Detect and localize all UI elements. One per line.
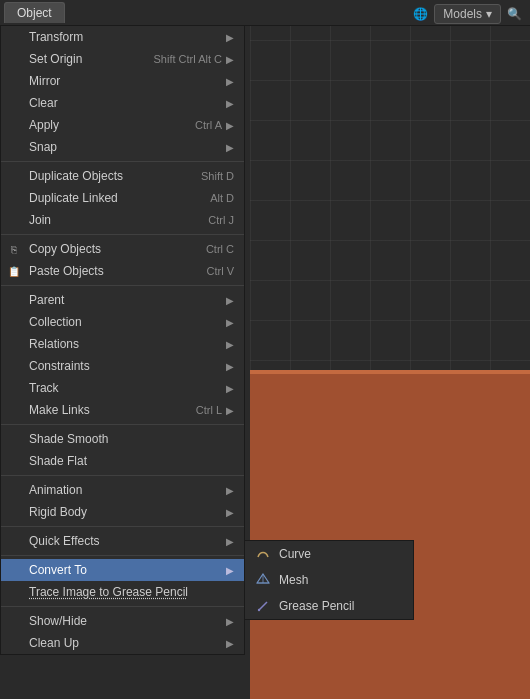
menu-item-clean-up[interactable]: Clean Up ▶ [1,632,244,654]
menu-item-parent[interactable]: Parent ▶ [1,289,244,311]
menu-item-trace-image[interactable]: Trace Image to Grease Pencil [1,581,244,603]
menu-item-snap[interactable]: Snap ▶ [1,136,244,158]
track-arrow: ▶ [226,383,234,394]
animation-arrow: ▶ [226,485,234,496]
make-links-arrow: ▶ [226,405,234,416]
set-origin-label: Set Origin [29,52,146,66]
menu-item-convert-to[interactable]: Convert To ▶ [1,559,244,581]
apply-shortcut: Ctrl A [195,119,222,131]
copy-icon: ⎘ [5,244,23,255]
submenu-item-mesh[interactable]: Mesh [245,567,413,593]
clean-up-label: Clean Up [29,636,222,650]
menu-item-paste-objects[interactable]: 📋 Paste Objects Ctrl V [1,260,244,282]
globe-icon: 🌐 [413,7,428,21]
object-tab[interactable]: Object [4,2,65,23]
object-dropdown-menu: Transform ▶ Set Origin Shift Ctrl Alt C … [0,26,245,655]
show-hide-arrow: ▶ [226,616,234,627]
transform-arrow: ▶ [226,32,234,43]
menu-item-track[interactable]: Track ▶ [1,377,244,399]
parent-label: Parent [29,293,222,307]
collection-label: Collection [29,315,222,329]
rigid-body-arrow: ▶ [226,507,234,518]
join-label: Join [29,213,200,227]
separator-2 [1,234,244,235]
trace-image-label: Trace Image to Grease Pencil [29,585,234,599]
menu-item-relations[interactable]: Relations ▶ [1,333,244,355]
separator-6 [1,526,244,527]
quick-effects-label: Quick Effects [29,534,222,548]
menu-item-collection[interactable]: Collection ▶ [1,311,244,333]
submenu-item-grease-pencil[interactable]: Grease Pencil [245,593,413,619]
shade-smooth-label: Shade Smooth [29,432,234,446]
curve-label: Curve [279,547,311,561]
menu-item-animation[interactable]: Animation ▶ [1,479,244,501]
menu-item-rigid-body[interactable]: Rigid Body ▶ [1,501,244,523]
set-origin-arrow: ▶ [226,54,234,65]
copy-objects-shortcut: Ctrl C [206,243,234,255]
mirror-arrow: ▶ [226,76,234,87]
make-links-label: Make Links [29,403,188,417]
separator-7 [1,555,244,556]
parent-arrow: ▶ [226,295,234,306]
grease-pencil-label: Grease Pencil [279,599,354,613]
rigid-body-label: Rigid Body [29,505,222,519]
duplicate-linked-shortcut: Alt D [210,192,234,204]
convert-to-arrow: ▶ [226,565,234,576]
relations-label: Relations [29,337,222,351]
menu-item-join[interactable]: Join Ctrl J [1,209,244,231]
menu-item-duplicate-linked[interactable]: Duplicate Linked Alt D [1,187,244,209]
track-label: Track [29,381,222,395]
set-origin-shortcut: Shift Ctrl Alt C [154,53,222,65]
menu-item-show-hide[interactable]: Show/Hide ▶ [1,610,244,632]
transform-label: Transform [29,30,222,44]
snap-label: Snap [29,140,222,154]
menu-item-apply[interactable]: Apply Ctrl A ▶ [1,114,244,136]
menu-item-constraints[interactable]: Constraints ▶ [1,355,244,377]
convert-to-label: Convert To [29,563,222,577]
submenu-item-curve[interactable]: Curve [245,541,413,567]
menu-item-set-origin[interactable]: Set Origin Shift Ctrl Alt C ▶ [1,48,244,70]
menu-item-quick-effects[interactable]: Quick Effects ▶ [1,530,244,552]
search-icon[interactable]: 🔍 [507,7,522,21]
models-label: Models [443,7,482,21]
duplicate-objects-shortcut: Shift D [201,170,234,182]
menu-item-make-links[interactable]: Make Links Ctrl L ▶ [1,399,244,421]
menu-item-clear[interactable]: Clear ▶ [1,92,244,114]
menu-item-shade-smooth[interactable]: Shade Smooth [1,428,244,450]
constraints-label: Constraints [29,359,222,373]
mesh-icon [255,572,271,588]
quick-effects-arrow: ▶ [226,536,234,547]
make-links-shortcut: Ctrl L [196,404,222,416]
constraints-arrow: ▶ [226,361,234,372]
svg-point-3 [258,609,260,611]
separator-1 [1,161,244,162]
separator-4 [1,424,244,425]
menu-item-shade-flat[interactable]: Shade Flat [1,450,244,472]
collection-arrow: ▶ [226,317,234,328]
separator-3 [1,285,244,286]
curve-icon [255,546,271,562]
separator-5 [1,475,244,476]
menu-item-transform[interactable]: Transform ▶ [1,26,244,48]
apply-label: Apply [29,118,187,132]
menu-item-duplicate-objects[interactable]: Duplicate Objects Shift D [1,165,244,187]
models-button[interactable]: Models ▾ [434,4,501,24]
top-right-controls: 🌐 Models ▾ 🔍 [413,4,522,24]
mirror-label: Mirror [29,74,222,88]
copy-objects-label: Copy Objects [29,242,198,256]
clear-label: Clear [29,96,222,110]
relations-arrow: ▶ [226,339,234,350]
paste-objects-shortcut: Ctrl V [207,265,235,277]
paste-icon: 📋 [5,266,23,277]
apply-arrow: ▶ [226,120,234,131]
separator-8 [1,606,244,607]
clear-arrow: ▶ [226,98,234,109]
menu-item-copy-objects[interactable]: ⎘ Copy Objects Ctrl C [1,238,244,260]
paste-objects-label: Paste Objects [29,264,199,278]
background-ground [250,374,530,699]
join-shortcut: Ctrl J [208,214,234,226]
menu-item-mirror[interactable]: Mirror ▶ [1,70,244,92]
chevron-down-icon: ▾ [486,7,492,21]
convert-to-submenu: Curve Mesh Grease Pencil [244,540,414,620]
clean-up-arrow: ▶ [226,638,234,649]
